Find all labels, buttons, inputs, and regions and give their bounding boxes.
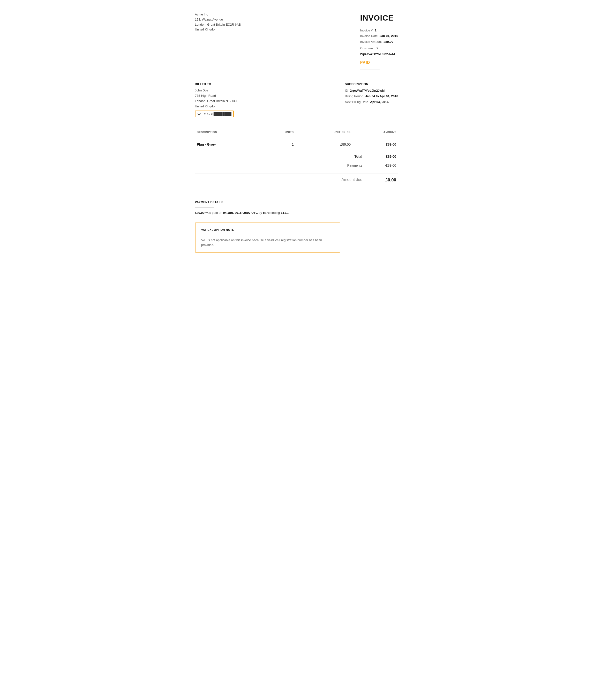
billed-to-address1: 735 High Road — [195, 93, 239, 98]
invoice-number-value: 1 — [375, 28, 377, 33]
billing-period-value: Jan 04 to Apr 04, 2016 — [365, 93, 398, 99]
invoice-meta: Invoice # 1 Invoice Date Jan 04, 2016 In… — [360, 28, 398, 66]
next-billing-row: Next Billing Date Apr 04, 2016 — [345, 99, 398, 105]
customer-id-label: Customer ID — [360, 45, 378, 51]
invoice-date-label: Invoice Date — [360, 33, 378, 39]
next-billing-label: Next Billing Date — [345, 99, 368, 105]
table-header-row: DESCRIPTION UNITS UNIT PRICE AMOUNT — [195, 127, 398, 137]
items-table: DESCRIPTION UNITS UNIT PRICE AMOUNT Plan… — [195, 127, 398, 152]
payment-date: 04 Jan, 2016 09:07 UTC — [223, 211, 258, 214]
invoice-title: INVOICE — [360, 12, 398, 24]
col-unit-price: UNIT PRICE — [295, 127, 353, 137]
amount-due-value: £0.00 — [367, 177, 396, 183]
company-info: Acme Inc 123, Walnut Avenue London, Grea… — [195, 12, 241, 38]
invoice-number-label: Invoice # — [360, 28, 373, 33]
vat-value: GB8████████ — [207, 112, 232, 116]
customer-id-value: 2rprAVaTPYoL0in2JwM — [360, 51, 395, 57]
payment-details-divider — [195, 207, 214, 208]
company-name: Acme Inc — [195, 12, 241, 17]
payment-details-label: PAYMENT DETAILS — [195, 200, 398, 204]
billing-period-label: Billing Period — [345, 93, 363, 99]
vat-exemption-section: VAT EXEMPTION NOTE VAT is not applicable… — [195, 222, 340, 253]
subscription-id-value: 2rprAVaTPYoL0in2JwM — [350, 88, 385, 93]
subscription-id-row: ID 2rprAVaTPYoL0in2JwM — [345, 88, 398, 93]
billed-to-label: BILLED TO — [195, 82, 239, 86]
invoice-meta-divider — [360, 69, 380, 70]
invoice-number-row: Invoice # 1 — [360, 28, 398, 33]
col-description: DESCRIPTION — [195, 127, 261, 137]
customer-id-value-row: 2rprAVaTPYoL0in2JwM — [360, 51, 398, 57]
total-label: Total — [319, 154, 367, 159]
payment-details-section: PAYMENT DETAILS £89.00 was paid on 04 Ja… — [195, 195, 398, 215]
subscription-label: SUBSCRIPTION — [345, 82, 398, 86]
company-divider — [195, 35, 214, 35]
vat-label: VAT #: — [197, 112, 207, 116]
billed-to-name: John Doe — [195, 88, 239, 93]
payment-text: £89.00 was paid on 04 Jan, 2016 09:07 UT… — [195, 210, 398, 215]
col-amount: AMOUNT — [353, 127, 398, 137]
totals-payments-row: Payments -£89.00 — [195, 161, 398, 170]
billed-to-address2: London, Great Britain N12 0US — [195, 98, 239, 104]
card-last4: 1111. — [281, 211, 289, 214]
invoice-container: Acme Inc 123, Walnut Avenue London, Grea… — [181, 0, 413, 264]
next-billing-value: Apr 04, 2016 — [370, 99, 389, 105]
invoice-date-value: Jan 04, 2016 — [380, 33, 398, 39]
customer-id-row: Customer ID — [360, 45, 398, 51]
vat-exemption-text: VAT is not applicable on this invoice be… — [201, 238, 334, 247]
totals-section: Total £89.00 Payments -£89.00 Amount due… — [195, 152, 398, 185]
amount-due-label: Amount due — [319, 177, 367, 183]
item-amount: £89.00 — [353, 137, 398, 152]
invoice-amount-value: £89.00 — [384, 39, 393, 44]
vat-exemption-divider — [201, 235, 221, 235]
billing-subscription-section: BILLED TO John Doe 735 High Road London,… — [195, 82, 398, 117]
vat-number-box: VAT #: GB8████████ — [195, 111, 234, 117]
totals-total-row: Total £89.00 — [195, 152, 398, 161]
total-value: £89.00 — [367, 154, 396, 159]
paid-badge: PAID — [360, 59, 398, 66]
ending-text: ending — [271, 211, 280, 214]
subscription-id-label: ID — [345, 88, 348, 93]
invoice-amount-label: Invoice Amount — [360, 39, 382, 44]
company-address-line2: London, Great Britain EC2R 6AB — [195, 22, 241, 27]
billing-period-row: Billing Period Jan 04 to Apr 04, 2016 — [345, 93, 398, 99]
billed-to-country: United Kingdom — [195, 104, 239, 109]
item-unit-price: £89.00 — [295, 137, 353, 152]
totals-amount-due-row: Amount due £0.00 — [195, 173, 398, 185]
payment-method: card — [263, 211, 270, 214]
paid-on-text: was paid on — [205, 211, 222, 214]
col-units: UNITS — [261, 127, 295, 137]
subscription-block: SUBSCRIPTION ID 2rprAVaTPYoL0in2JwM Bill… — [345, 82, 398, 117]
vat-exemption-label: VAT EXEMPTION NOTE — [201, 228, 334, 232]
invoice-amount-row: Invoice Amount £89.00 — [360, 39, 398, 44]
item-description: Plan - Grow — [195, 137, 261, 152]
table-row: Plan - Grow 1 £89.00 £89.00 — [195, 137, 398, 152]
billed-to-block: BILLED TO John Doe 735 High Road London,… — [195, 82, 239, 117]
payments-value: -£89.00 — [367, 163, 396, 168]
header-section: Acme Inc 123, Walnut Avenue London, Grea… — [195, 12, 398, 72]
company-country: United Kingdom — [195, 27, 241, 32]
payment-amount: £89.00 — [195, 211, 205, 214]
item-units: 1 — [261, 137, 295, 152]
invoice-title-block: INVOICE Invoice # 1 Invoice Date Jan 04,… — [360, 12, 398, 72]
by-text: by — [259, 211, 262, 214]
payments-label: Payments — [319, 163, 367, 168]
company-address-line1: 123, Walnut Avenue — [195, 17, 241, 22]
invoice-date-row: Invoice Date Jan 04, 2016 — [360, 33, 398, 39]
